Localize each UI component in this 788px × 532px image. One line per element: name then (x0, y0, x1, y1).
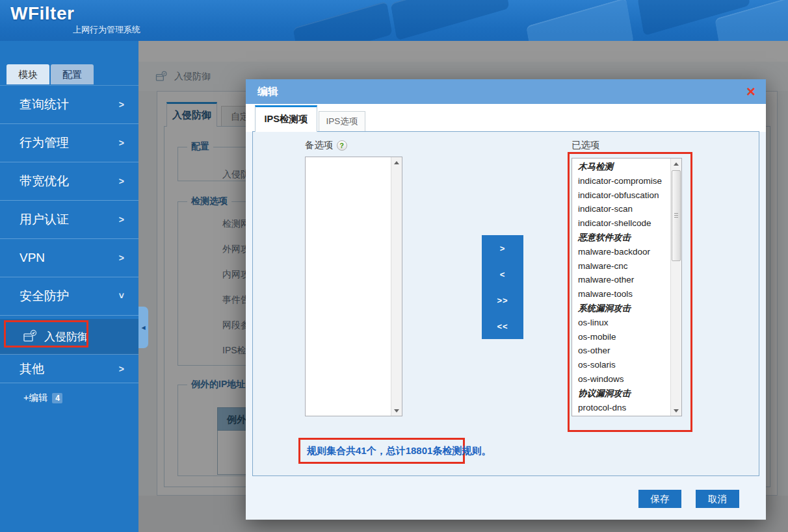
move-left-button[interactable]: < (482, 261, 523, 287)
dialog-tab-bar: IPS检测项 IPS选项 (246, 104, 766, 132)
sidebar-item-label: 查询统计 (20, 96, 69, 113)
app-header: WFilter 上网行为管理系统 (0, 0, 788, 41)
option-item[interactable]: os-solaris (572, 358, 670, 372)
keyboard-decoration (526, 0, 634, 41)
option-item[interactable]: malware-cnc (572, 259, 670, 273)
sidebar: 模块 配置 查询统计>行为管理>带宽优化>用户认证>VPN>安全防护˅ 入侵防御… (0, 41, 138, 532)
option-group-header[interactable]: 木马检测 (572, 160, 670, 174)
option-item[interactable]: protocol-dns (572, 401, 670, 415)
sidebar-item-intrusion-prevention[interactable]: 入侵防御 (0, 319, 138, 355)
save-button[interactable]: 保存 (638, 490, 681, 508)
keyboard-decoration (293, 1, 392, 41)
available-label-text: 备选项 (305, 139, 334, 151)
scrollbar[interactable] (391, 157, 402, 416)
sidebar-item-label: 安全防护 (20, 288, 69, 305)
chevron-right-icon: > (119, 176, 124, 186)
option-item[interactable]: protocol-finger (572, 414, 670, 416)
collapse-arrow-icon: ◀ (141, 325, 145, 331)
sidebar-tab-config[interactable]: 配置 (51, 64, 94, 84)
tab-ips-options[interactable]: IPS选项 (319, 111, 365, 132)
chevron-right-icon: > (119, 99, 124, 110)
option-item[interactable]: os-linux (572, 316, 670, 330)
sidebar-item-other[interactable]: 其他 > (0, 355, 138, 383)
sidebar-item-5[interactable]: 安全防护˅ (0, 277, 138, 316)
edit-label: +编辑 (23, 392, 47, 404)
sidebar-item-2[interactable]: 带宽优化> (0, 162, 138, 201)
option-item[interactable]: indicator-shellcode (572, 216, 670, 231)
sidebar-item-label: 用户认证 (20, 211, 69, 228)
selected-options: 木马检测indicator-compromiseindicator-obfusc… (572, 160, 670, 416)
selected-label: 已选项 (571, 139, 600, 151)
option-item[interactable]: malware-backdoor (572, 245, 670, 259)
sidebar-item-label: VPN (20, 251, 45, 265)
sidebar-item-label: 行为管理 (20, 134, 69, 151)
close-icon[interactable]: × (746, 82, 755, 101)
edit-dialog: 编辑 × IPS检测项 IPS选项 备选项 ? ><>><< 已选项 (246, 79, 766, 520)
option-item[interactable]: indicator-obfuscation (572, 188, 670, 203)
option-item[interactable]: os-mobile (572, 330, 670, 344)
option-group-header[interactable]: 恶意软件攻击 (572, 231, 670, 245)
transfer-panel: 备选项 ? ><>><< 已选项 木马检测indicator-compromis… (252, 131, 759, 476)
sidebar-item-label: 其他 (20, 361, 44, 377)
chevron-down-icon: ˅ (119, 291, 124, 301)
help-icon[interactable]: ? (337, 140, 347, 151)
scrollbar[interactable] (670, 158, 681, 416)
scroll-up-icon[interactable] (391, 157, 402, 168)
sidebar-tab-modules[interactable]: 模块 (7, 64, 49, 84)
keyboard-decoration (390, 0, 509, 41)
rules-summary: 规则集合共41个，总计18801条检测规则。 (300, 445, 491, 457)
sidebar-item-0[interactable]: 查询统计> (0, 86, 138, 124)
app-subtitle: 上网行为管理系统 (73, 24, 140, 36)
intrusion-prevention-icon (22, 329, 38, 344)
option-item[interactable]: malware-tools (572, 287, 670, 301)
transfer-buttons: ><>><< (482, 235, 523, 339)
sidebar-menu: 查询统计>行为管理>带宽优化>用户认证>VPN>安全防护˅ (0, 85, 138, 316)
move-right-button[interactable]: > (482, 235, 523, 261)
chevron-right-icon: > (119, 364, 124, 374)
scroll-down-icon[interactable] (391, 405, 402, 416)
available-listbox[interactable] (305, 157, 402, 416)
selected-label-text: 已选项 (571, 139, 600, 151)
cancel-button[interactable]: 取消 (696, 490, 739, 508)
available-label: 备选项 ? (305, 139, 347, 151)
tab-ips-detection-items[interactable]: IPS检测项 (255, 105, 317, 132)
option-item[interactable]: indicator-scan (572, 202, 670, 216)
chevron-right-icon: > (119, 138, 124, 148)
scroll-down-icon[interactable] (671, 405, 681, 416)
scroll-up-icon[interactable] (671, 158, 681, 169)
option-group-header[interactable]: 协议漏洞攻击 (572, 386, 670, 401)
sidebar-item-1[interactable]: 行为管理> (0, 124, 138, 162)
sidebar-item-3[interactable]: 用户认证> (0, 201, 138, 239)
sidebar-edit-link[interactable]: +编辑 4 (23, 392, 62, 404)
dialog-titlebar: 编辑 × (246, 79, 766, 104)
sidebar-item-label: 入侵防御 (44, 329, 88, 344)
selected-listbox[interactable]: 木马检测indicator-compromiseindicator-obfusc… (571, 158, 682, 416)
chevron-right-icon: > (119, 214, 124, 225)
option-item[interactable]: os-windows (572, 372, 670, 386)
edit-count-badge: 4 (52, 393, 62, 403)
sidebar-item-4[interactable]: VPN> (0, 239, 138, 277)
scrollbar-thumb[interactable] (672, 170, 681, 261)
option-item[interactable]: os-other (572, 344, 670, 358)
option-item[interactable]: malware-other (572, 273, 670, 287)
dialog-title: 编辑 (257, 79, 278, 104)
chevron-right-icon: > (119, 253, 124, 263)
sidebar-tab-bar: 模块 配置 (7, 64, 94, 84)
option-item[interactable]: indicator-compromise (572, 174, 670, 188)
app-logo: WFilter (10, 3, 74, 24)
option-group-header[interactable]: 系统漏洞攻击 (572, 301, 670, 316)
move-all-right-button[interactable]: >> (482, 287, 523, 313)
app: WFilter 上网行为管理系统 模块 配置 查询统计>行为管理>带宽优化>用户… (0, 0, 788, 532)
sidebar-collapse-handle[interactable]: ◀ (138, 307, 148, 348)
sidebar-item-label: 带宽优化 (20, 173, 69, 190)
move-all-left-button[interactable]: << (482, 313, 523, 339)
annotation-box-note: 规则集合共41个，总计18801条检测规则。 (298, 438, 465, 464)
